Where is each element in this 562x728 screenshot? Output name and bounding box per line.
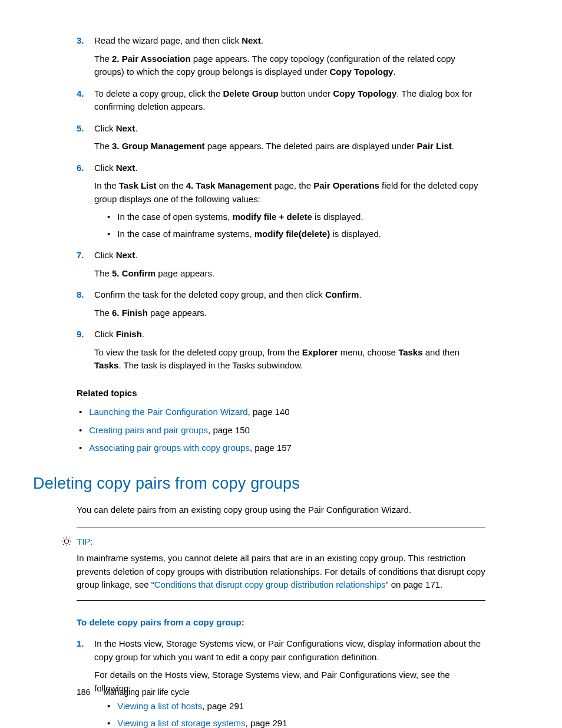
step-text: In the Hosts view, Storage Systems view,…: [94, 637, 485, 664]
step-body: Click Next. In the Task List on the 4. T…: [94, 162, 485, 246]
related-list: Launching the Pair Configuration Wizard,…: [77, 406, 485, 455]
tip-icon: [61, 535, 72, 551]
step-body: Read the wizard page, and then click Nex…: [94, 34, 485, 84]
step-body: Click Next. The 5. Confirm page appears.: [94, 249, 485, 285]
chapter-title: Managing pair life cycle: [103, 687, 189, 697]
sub-bullet-list: Viewing a list of hosts, page 291 Viewin…: [107, 700, 485, 728]
svg-line-6: [70, 538, 70, 538]
procedure-heading: To delete copy pairs from a copy group:: [77, 616, 485, 630]
step-text: The 6. Finish page appears.: [94, 307, 485, 320]
tip-label: TIP:: [77, 535, 485, 549]
svg-line-5: [63, 538, 64, 538]
step-number: 9.: [77, 328, 94, 377]
step-text: The 3. Group Management page appears. Th…: [94, 140, 485, 153]
step-number: 1.: [77, 637, 94, 728]
step-number: 4.: [77, 87, 94, 118]
step-6: 6. Click Next. In the Task List on the 4…: [77, 162, 485, 246]
link-launching-wizard[interactable]: Launching the Pair Configuration Wizard: [89, 407, 247, 417]
step-text: Click Finish.: [94, 328, 485, 341]
step-3: 3. Read the wizard page, and then click …: [77, 34, 485, 84]
step-text: Click Next.: [94, 249, 485, 262]
link-viewing-hosts[interactable]: Viewing a list of hosts: [117, 701, 202, 711]
step-text: To view the task for the deleted copy gr…: [94, 346, 485, 373]
link-creating-pairs[interactable]: Creating pairs and pair groups: [89, 425, 208, 435]
step-number: 7.: [77, 249, 94, 285]
step-body: Click Finish. To view the task for the d…: [94, 328, 485, 377]
related-heading: Related topics: [77, 387, 485, 400]
tip-text: In mainframe systems, you cannot delete …: [77, 552, 485, 592]
step-9: 9. Click Finish. To view the task for th…: [77, 328, 485, 377]
step-text: Click Next.: [94, 162, 485, 175]
page-number: 186: [77, 687, 90, 697]
section-intro: You can delete pairs from an existing co…: [77, 503, 485, 517]
related-item: Associating pair groups with copy groups…: [77, 442, 485, 455]
related-topics: Related topics Launching the Pair Config…: [77, 387, 485, 455]
step-body: In the Hosts view, Storage Systems view,…: [94, 637, 485, 728]
list-item: In the case of open systems, modify file…: [107, 210, 485, 224]
page-footer: 186 Managing pair life cycle: [77, 686, 190, 699]
link-viewing-storage[interactable]: Viewing a list of storage systems: [117, 718, 245, 728]
step-text: Read the wizard page, and then click Nex…: [94, 34, 485, 48]
proc-step-1: 1. In the Hosts view, Storage Systems vi…: [77, 637, 485, 728]
step-number: 6.: [77, 162, 94, 246]
step-body: Confirm the task for the deleted copy gr…: [94, 288, 485, 324]
step-text: In the Task List on the 4. Task Manageme…: [94, 179, 485, 206]
step-number: 5.: [77, 122, 94, 158]
step-7: 7. Click Next. The 5. Confirm page appea…: [77, 249, 485, 285]
step-8: 8. Confirm the task for the deleted copy…: [77, 288, 485, 324]
tip-block: TIP: In mainframe systems, you cannot de…: [77, 528, 485, 601]
step-body: Click Next. The 3. Group Management page…: [94, 122, 485, 158]
svg-point-0: [64, 539, 69, 543]
step-text: Confirm the task for the deleted copy gr…: [94, 288, 485, 302]
section-heading: Deleting copy pairs from copy groups: [33, 472, 485, 496]
step-4: 4. To delete a copy group, click the Del…: [77, 87, 485, 118]
list-item: Viewing a list of hosts, page 291: [107, 700, 485, 713]
sub-bullet-list: In the case of open systems, modify file…: [107, 210, 485, 241]
related-item: Creating pairs and pair groups, page 150: [77, 424, 485, 437]
step-number: 8.: [77, 288, 94, 324]
related-item: Launching the Pair Configuration Wizard,…: [77, 406, 485, 419]
list-item: Viewing a list of storage systems, page …: [107, 717, 485, 729]
link-associating-groups[interactable]: Associating pair groups with copy groups: [89, 443, 250, 453]
svg-line-7: [63, 543, 64, 544]
step-number: 3.: [77, 34, 94, 84]
svg-line-8: [70, 543, 70, 544]
step-text: Click Next.: [94, 122, 485, 136]
list-item: In the case of mainframe systems, modify…: [107, 228, 485, 241]
step-text: The 2. Pair Association page appears. Th…: [94, 52, 485, 79]
step-text: The 5. Confirm page appears.: [94, 267, 485, 281]
step-text: To delete a copy group, click the Delete…: [94, 87, 485, 114]
step-5: 5. Click Next. The 3. Group Management p…: [77, 122, 485, 158]
step-body: To delete a copy group, click the Delete…: [94, 87, 485, 118]
link-conditions-disrupt[interactable]: Conditions that disrupt copy group distr…: [154, 579, 386, 589]
